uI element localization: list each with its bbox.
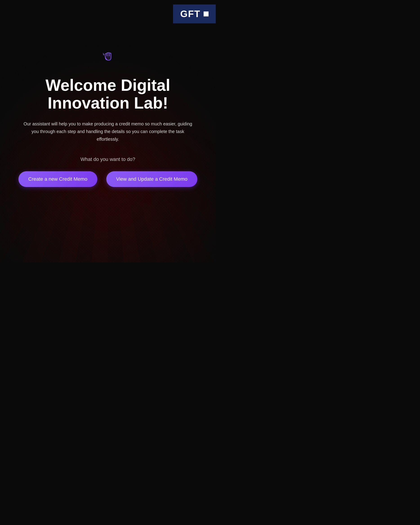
- cta-question: What do you want to do?: [80, 156, 135, 162]
- view-update-credit-memo-button[interactable]: View and Update a Credit Memo: [106, 171, 197, 187]
- logo-square-icon: [204, 11, 209, 16]
- buttons-row: Create a new Credit Memo View and Update…: [19, 171, 197, 187]
- welcome-title: Welcome Digital Innovation Lab!: [29, 76, 187, 112]
- wave-icon: [102, 50, 114, 71]
- main-content: Welcome Digital Innovation Lab! Our assi…: [0, 23, 216, 205]
- wave-hand-svg: [102, 50, 114, 63]
- logo-text: GFT: [180, 9, 200, 19]
- create-credit-memo-button[interactable]: Create a new Credit Memo: [19, 171, 97, 187]
- subtitle: Our assistant will help you to make prod…: [22, 120, 193, 143]
- header: GFT: [0, 0, 216, 23]
- logo-container: GFT: [173, 4, 216, 23]
